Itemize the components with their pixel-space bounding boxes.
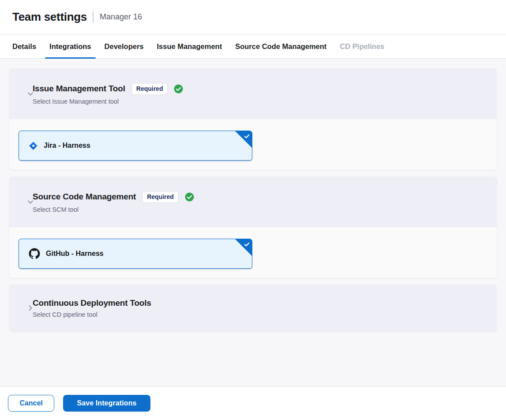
section-source-code-management: Source Code Management Required Select S…	[9, 176, 497, 278]
tab-bar: Details Integrations Developers Issue Ma…	[0, 34, 506, 59]
integrations-panel: Issue Management Tool Required Select Is…	[0, 59, 506, 386]
chevron-right-icon[interactable]	[27, 304, 34, 311]
page-title: Team settings	[12, 10, 87, 24]
tab-cd-pipelines: CD Pipelines	[335, 34, 389, 58]
tab-issue-management[interactable]: Issue Management	[153, 34, 227, 58]
section-subtitle: Select CD pipeline tool	[33, 311, 497, 318]
success-check-icon	[185, 192, 194, 202]
tool-card-label: GitHub - Harness	[46, 250, 104, 258]
required-badge: Required	[131, 83, 168, 95]
section-scm-header[interactable]: Source Code Management Required Select S…	[9, 176, 497, 227]
github-icon	[29, 248, 40, 259]
tab-integrations[interactable]: Integrations	[45, 34, 95, 58]
section-issue-management-body: Jira - Harness	[9, 119, 497, 170]
selected-check-icon	[244, 133, 250, 139]
section-title: Continuous Deployment Tools	[33, 298, 151, 308]
chevron-down-icon[interactable]	[27, 199, 34, 206]
page-header: Team settings Manager 16	[0, 0, 506, 34]
page-subtitle: Manager 16	[100, 12, 142, 22]
tool-card-github[interactable]: GitHub - Harness	[19, 239, 252, 269]
tool-card-jira[interactable]: Jira - Harness	[19, 131, 252, 161]
selected-check-icon	[244, 241, 250, 248]
section-cd-header[interactable]: Continuous Deployment Tools Select CD pi…	[9, 285, 497, 331]
tool-card-label: Jira - Harness	[44, 142, 90, 150]
required-badge: Required	[142, 191, 179, 203]
section-subtitle: Select Issue Management tool	[33, 98, 497, 105]
section-issue-management-header[interactable]: Issue Management Tool Required Select Is…	[9, 68, 497, 119]
section-title: Source Code Management	[33, 192, 136, 202]
section-continuous-deployment: Continuous Deployment Tools Select CD pi…	[9, 285, 497, 331]
chevron-down-icon[interactable]	[27, 90, 34, 98]
tab-source-code-management[interactable]: Source Code Management	[231, 34, 331, 58]
title-divider	[93, 11, 94, 23]
section-title: Issue Management Tool	[33, 84, 125, 94]
footer-action-bar: Cancel Save Integrations	[0, 386, 506, 420]
tab-details[interactable]: Details	[8, 34, 41, 58]
section-subtitle: Select SCM tool	[33, 206, 497, 213]
jira-icon	[29, 141, 38, 150]
cancel-button[interactable]: Cancel	[8, 395, 54, 412]
success-check-icon	[174, 84, 183, 94]
tab-developers[interactable]: Developers	[100, 34, 148, 58]
section-issue-management-tool: Issue Management Tool Required Select Is…	[9, 68, 497, 170]
section-scm-body: GitHub - Harness	[9, 227, 497, 278]
save-integrations-button[interactable]: Save Integrations	[63, 395, 150, 412]
